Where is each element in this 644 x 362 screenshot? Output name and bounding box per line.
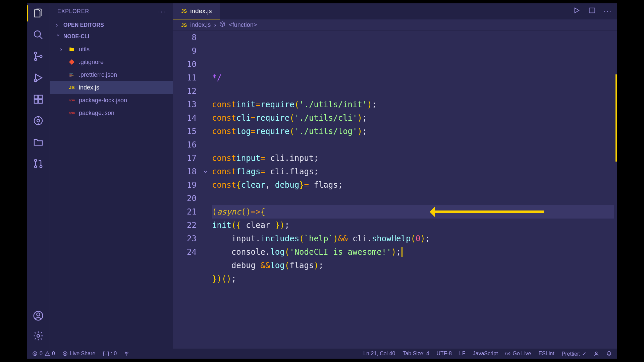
status-feedback-icon[interactable] — [594, 351, 599, 356]
line-number: 14 — [173, 111, 197, 125]
source-control-icon[interactable] — [32, 50, 44, 62]
code-line[interactable] — [212, 286, 617, 299]
gitlens-icon[interactable] — [32, 115, 44, 127]
folder-icon[interactable] — [32, 136, 44, 148]
svg-point-16 — [37, 335, 40, 337]
code-line[interactable]: input.includes(`help`) && cli.showHelp(0… — [212, 232, 617, 245]
svg-rect-8 — [39, 95, 42, 99]
status-live-share[interactable]: Live Share — [62, 351, 96, 357]
svg-rect-17 — [69, 73, 73, 74]
code-line[interactable]: const input = cli.input; — [212, 152, 617, 165]
line-number: 9 — [173, 44, 197, 58]
tree-item--prettierrc-json[interactable]: .prettierrc.json — [50, 68, 173, 81]
settings-gear-icon[interactable] — [32, 330, 44, 342]
status-radio-tower-icon[interactable] — [124, 351, 129, 356]
fold-cell — [203, 111, 212, 125]
tree-item-label: .gitignore — [79, 59, 104, 66]
tab-index-js[interactable]: JS index.js — [173, 3, 220, 19]
search-icon[interactable] — [32, 29, 44, 41]
line-number: 15 — [173, 125, 197, 138]
line-number: 24 — [173, 245, 197, 259]
tree-item-label: package.json — [79, 110, 114, 117]
prettier-label: Prettier: ✓ — [562, 351, 586, 357]
extensions-icon[interactable] — [32, 93, 44, 105]
status-problems[interactable]: 0 0 — [32, 351, 55, 357]
code-line[interactable]: const { clear, debug } = flags; — [212, 178, 617, 192]
breadcrumb-file: index.js — [190, 21, 211, 28]
line-number: 22 — [173, 219, 197, 232]
account-icon[interactable] — [32, 310, 44, 322]
svg-point-15 — [37, 313, 40, 316]
svg-rect-20 — [69, 76, 71, 77]
status-language[interactable]: JavaScript — [473, 351, 498, 357]
editor-column: JS index.js ··· JS index.js › <function> — [173, 3, 617, 349]
line-number: 8 — [173, 31, 197, 44]
fold-cell — [203, 205, 212, 219]
code-line[interactable]: const flags = cli.flags; — [212, 165, 617, 178]
current-line-highlight — [212, 205, 614, 219]
tree-item-index-js[interactable]: JSindex.js — [50, 81, 173, 94]
tree-item-label: package-lock.json — [79, 97, 127, 104]
tree-item-package-lock-json[interactable]: npmpackage-lock.json — [50, 94, 173, 107]
breadcrumb-separator-icon: › — [214, 21, 216, 28]
pull-request-icon[interactable] — [32, 158, 44, 170]
line-number: 11 — [173, 71, 197, 84]
code-line[interactable]: init({ clear }); — [212, 219, 617, 232]
explorer-icon[interactable] — [32, 7, 44, 19]
status-bell-icon[interactable] — [606, 351, 612, 356]
sidebar-header: EXPLORER ··· — [50, 3, 173, 19]
status-prettier[interactable]: Prettier: ✓ — [562, 351, 586, 357]
status-tab-size[interactable]: Tab Size: 4 — [402, 351, 429, 357]
code-body[interactable]: */const init = require('./utils/init');c… — [212, 31, 617, 349]
npm-file-icon: npm — [68, 97, 75, 104]
code-line[interactable] — [212, 84, 617, 98]
workspace-section[interactable]: › NODE-CLI — [50, 31, 173, 42]
fold-cell — [203, 84, 212, 98]
code-line[interactable]: console.log('NodeCLI is awesome!'); — [212, 245, 617, 259]
error-count: 0 — [40, 351, 43, 357]
status-eol[interactable]: LF — [459, 351, 466, 357]
js-file-icon: JS — [181, 22, 187, 28]
svg-point-12 — [35, 166, 37, 168]
fold-cell — [203, 44, 212, 58]
tree-item-package-json[interactable]: npmpackage.json — [50, 107, 173, 119]
status-go-live[interactable]: Go Live — [505, 351, 531, 357]
status-bracket[interactable]: {..} : 0 — [103, 351, 117, 357]
tab-size-label: Tab Size: 4 — [402, 351, 429, 357]
line-number: 17 — [173, 152, 197, 165]
chevron-right-icon: › — [56, 22, 61, 28]
code-line[interactable]: debug && log(flags); — [212, 259, 617, 272]
split-editor-icon[interactable] — [588, 7, 596, 16]
go-live-label: Go Live — [513, 351, 531, 357]
status-cursor-position[interactable]: Ln 21, Col 40 — [363, 351, 395, 357]
tree-item-utils[interactable]: ›utils — [50, 43, 173, 56]
svg-point-24 — [64, 353, 66, 354]
code-line[interactable]: const log = require('./utils/log'); — [212, 125, 617, 138]
status-encoding[interactable]: UTF-8 — [437, 351, 452, 357]
open-editors-section[interactable]: › OPEN EDITORS — [50, 19, 173, 31]
fold-cell — [203, 152, 212, 165]
chevron-down-icon: › — [199, 169, 212, 174]
code-line[interactable]: })(); — [212, 272, 617, 286]
code-line[interactable]: const cli = require('./utils/cli'); — [212, 111, 617, 125]
code-line[interactable] — [212, 138, 617, 152]
sidebar-more-icon[interactable]: ··· — [158, 8, 166, 15]
status-eslint[interactable]: ESLint — [538, 351, 554, 357]
breadcrumb[interactable]: JS index.js › <function> — [173, 19, 617, 31]
js-file-icon: JS — [68, 84, 75, 91]
live-share-label: Live Share — [70, 351, 96, 357]
svg-point-25 — [126, 352, 127, 353]
fold-cell[interactable]: › — [203, 165, 212, 178]
main-area: EXPLORER ··· › OPEN EDITORS › NODE-CLI ›… — [27, 3, 617, 349]
status-bar: 0 0 Live Share {..} : 0 Ln 21, Col 40 Ta… — [27, 349, 617, 359]
encoding-label: UTF-8 — [437, 351, 452, 357]
code-editor[interactable]: 89101112131415161718192021222324 › */con… — [173, 31, 617, 349]
svg-point-11 — [35, 159, 37, 162]
editor-more-icon[interactable]: ··· — [604, 7, 612, 16]
code-line[interactable] — [212, 192, 617, 205]
code-line[interactable]: */ — [212, 71, 617, 84]
run-icon[interactable] — [573, 7, 580, 16]
code-line[interactable]: const init = require('./utils/init'); — [212, 98, 617, 111]
tree-item--gitignore[interactable]: .gitignore — [50, 56, 173, 68]
run-debug-icon[interactable] — [32, 72, 44, 84]
